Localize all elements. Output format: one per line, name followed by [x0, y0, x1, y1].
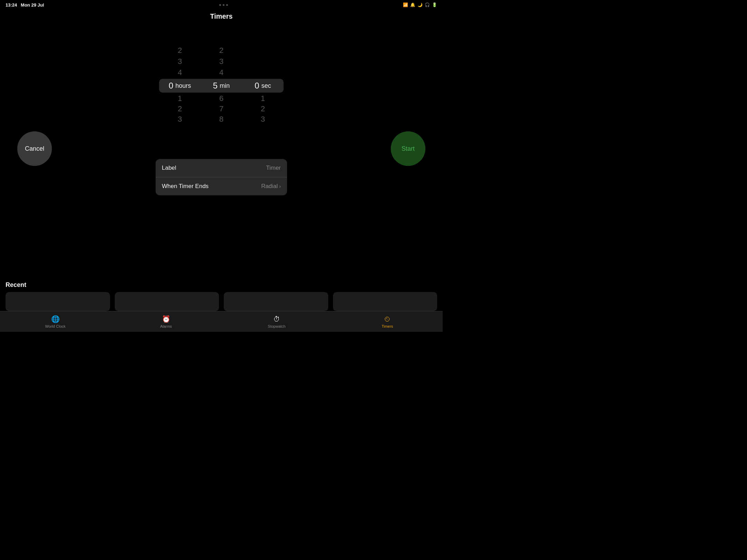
stopwatch-label: Stopwatch [268, 324, 285, 328]
label-row-label: Label [162, 165, 176, 171]
moon-icon: 🌙 [417, 2, 423, 7]
world-clock-icon: 🌐 [51, 315, 60, 323]
dot-3 [226, 4, 228, 6]
hours-below-2: 2 [178, 104, 182, 114]
minutes-unit: min [220, 82, 230, 90]
world-clock-label: World Clock [45, 324, 65, 328]
minutes-above-4: 4 [219, 67, 223, 78]
picker-below-row: 1 2 3 6 7 8 1 2 3 [159, 93, 284, 124]
seconds-above-col [244, 45, 282, 78]
chevron-right-icon: › [279, 184, 281, 189]
dot-1 [219, 4, 221, 6]
seconds-below-col: 1 2 3 [244, 93, 282, 124]
minutes-below-6: 6 [219, 93, 223, 104]
minutes-value: 5 [213, 81, 218, 91]
tab-bar: 🌐 World Clock ⏰ Alarms ⏱ Stopwatch ⏲ Tim… [0, 311, 443, 332]
when-timer-ends-value: Radial › [261, 183, 281, 190]
wifi-icon: 📶 [403, 2, 408, 7]
seconds-below-2: 2 [261, 104, 265, 114]
hours-selected[interactable]: 0 hours [161, 81, 199, 91]
hours-value: 0 [169, 81, 173, 91]
hours-above-col: 2 3 4 [161, 45, 199, 78]
recent-item-4[interactable] [333, 292, 437, 311]
alarms-icon: ⏰ [162, 315, 170, 323]
seconds-value: 0 [255, 81, 259, 91]
seconds-below-1: 1 [261, 93, 265, 104]
headphone-icon: 🎧 [425, 2, 430, 7]
recent-title: Recent [6, 281, 437, 289]
status-date: Mon 29 Jul [21, 2, 44, 8]
minutes-below-8: 8 [219, 114, 223, 124]
hours-unit: hours [175, 82, 191, 90]
minutes-below-col: 6 7 8 [202, 93, 240, 124]
status-bar: 13:24 Mon 29 Jul 📶 🔔 🌙 🎧 🔋 [0, 0, 443, 10]
alarm-bell-icon: 🔔 [410, 2, 415, 7]
timer-picker[interactable]: 2 3 4 2 3 4 0 hours 5 min 0 sec [159, 45, 284, 124]
picker-above-row: 2 3 4 2 3 4 [159, 45, 284, 78]
when-timer-ends-row[interactable]: When Timer Ends Radial › [156, 177, 287, 195]
tab-alarms[interactable]: ⏰ Alarms [111, 315, 221, 328]
seconds-selected[interactable]: 0 sec [244, 81, 282, 91]
label-row-value: Timer [266, 165, 281, 171]
dot-2 [223, 4, 224, 6]
stopwatch-icon: ⏱ [273, 315, 280, 323]
battery-icon: 🔋 [432, 2, 437, 7]
minutes-above-col: 2 3 4 [202, 45, 240, 78]
seconds-unit: sec [261, 82, 271, 90]
status-dots [219, 4, 228, 6]
tab-world-clock[interactable]: 🌐 World Clock [0, 315, 111, 328]
status-icons: 📶 🔔 🌙 🎧 🔋 [403, 2, 437, 7]
hours-above-3: 3 [178, 56, 182, 67]
status-time: 13:24 [6, 2, 17, 8]
timers-icon: ⏲ [384, 315, 391, 323]
timers-label: Timers [381, 324, 393, 328]
picker-selected-row[interactable]: 0 hours 5 min 0 sec [159, 79, 284, 93]
hours-above-4: 4 [178, 67, 182, 78]
hours-below-3: 3 [178, 114, 182, 124]
label-row[interactable]: Label Timer [156, 159, 287, 177]
tab-stopwatch[interactable]: ⏱ Stopwatch [221, 315, 332, 328]
recent-item-3[interactable] [224, 292, 328, 311]
minutes-selected[interactable]: 5 min [202, 81, 240, 91]
hours-below-col: 1 2 3 [161, 93, 199, 124]
status-time-date: 13:24 Mon 29 Jul [6, 2, 44, 8]
start-button[interactable]: Start [391, 131, 425, 166]
recent-section: Recent [0, 281, 443, 311]
options-panel: Label Timer When Timer Ends Radial › [156, 159, 287, 195]
minutes-above-3: 3 [219, 56, 223, 67]
hours-above-2: 2 [178, 45, 182, 56]
recent-item-2[interactable] [115, 292, 219, 311]
recent-items-list [6, 292, 437, 311]
cancel-button[interactable]: Cancel [17, 131, 52, 166]
alarms-label: Alarms [160, 324, 172, 328]
minutes-above-2: 2 [219, 45, 223, 56]
tab-timers[interactable]: ⏲ Timers [332, 315, 443, 328]
minutes-below-7: 7 [219, 104, 223, 114]
page-title: Timers [0, 12, 443, 20]
when-timer-ends-label: When Timer Ends [162, 183, 209, 190]
hours-below-1: 1 [178, 93, 182, 104]
recent-item-1[interactable] [6, 292, 110, 311]
seconds-below-3: 3 [261, 114, 265, 124]
